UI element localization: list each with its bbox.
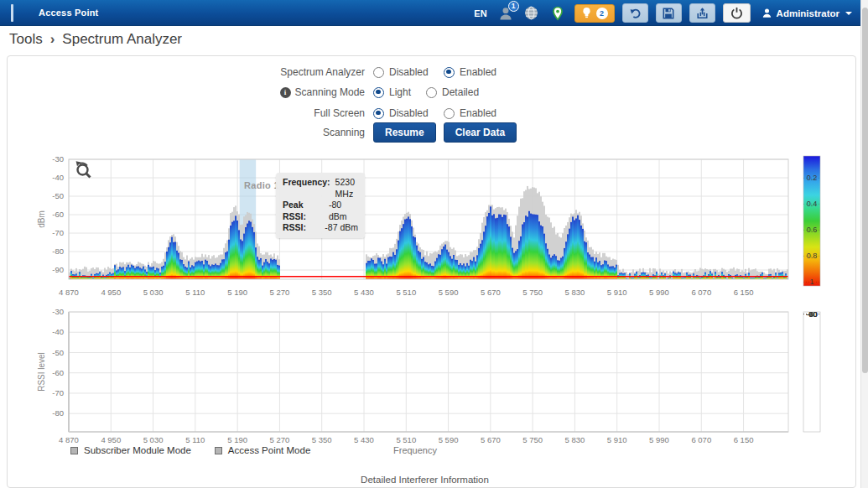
save-button[interactable] [656, 3, 682, 23]
globe-icon[interactable] [522, 4, 541, 23]
x-tick-label: 6 150 [734, 435, 754, 444]
full-screen-enabled-option[interactable]: Enabled [444, 107, 499, 119]
user-menu-label: Administrator [777, 8, 839, 18]
y-tick-label: -60 [52, 210, 64, 219]
x-tick-label: 5 670 [481, 288, 501, 297]
location-pin-icon[interactable] [548, 4, 567, 23]
navbar-accent-bar [11, 4, 13, 22]
notifications-user-icon[interactable]: 1 [496, 4, 515, 23]
scanning-mode-light-option[interactable]: Light [373, 86, 411, 98]
y-axis-label: RSSI level [37, 352, 46, 392]
scanning-mode-row: i Scanning Mode Light Detailed [0, 85, 481, 100]
language-selector[interactable]: EN [474, 8, 486, 18]
page-scrollbar[interactable] [860, 0, 868, 488]
scrollbar-thumb[interactable] [862, 8, 868, 373]
radio1-annotation: Radio 1 [244, 180, 279, 190]
upload-button[interactable] [689, 3, 715, 23]
x-tick-label: 5 270 [270, 288, 290, 297]
radio-checked[interactable] [373, 108, 384, 119]
x-tick-label: 5 350 [312, 288, 332, 297]
spectrum-analyzer-row: Spectrum Analyzer Disabled Enabled [0, 65, 499, 80]
breadcrumb: Tools›Spectrum Analyzer [9, 31, 182, 48]
x-tick-label: 4 950 [101, 435, 121, 444]
legend-swatch-icon [70, 447, 78, 454]
power-button[interactable] [723, 3, 751, 23]
resume-button[interactable]: Resume [373, 122, 436, 143]
x-tick-label: 5 030 [143, 288, 164, 297]
radio-unchecked[interactable] [426, 87, 437, 98]
legend-swatch-icon [215, 447, 222, 454]
colorbar-label: 0.8 [807, 252, 818, 260]
y-axis-label: dBm [37, 210, 46, 228]
x-tick-label: 6 070 [691, 288, 711, 297]
spectrum-analyzer-disabled-option[interactable]: Disabled [373, 66, 429, 78]
x-tick-label: 6 070 [691, 435, 711, 444]
top-navbar: Access Point EN 1 [0, 0, 860, 26]
radio-unchecked[interactable] [373, 67, 384, 78]
undo-icon [629, 8, 642, 19]
x-tick-label: 5 990 [649, 288, 669, 297]
x-tick-label: 5 030 [143, 435, 164, 444]
x-tick-label: 5 110 [185, 288, 205, 297]
x-tick-label: 5 990 [649, 435, 669, 444]
radio-checked[interactable] [373, 87, 384, 98]
tooltip-frequency-label: Frequency: [283, 177, 330, 200]
notifications-badge: 1 [508, 1, 519, 12]
y-tick-label: -70 [52, 388, 64, 397]
colorbar-label: 0.6 [807, 226, 818, 234]
x-tick-label: 5 430 [354, 435, 374, 444]
x-tick-label: 5 190 [227, 288, 247, 297]
page-title: Spectrum Analyzer [62, 31, 182, 47]
admin-person-icon [761, 8, 772, 18]
spectrum-analyzer-label: Spectrum Analyzer [0, 66, 365, 78]
breadcrumb-section[interactable]: Tools [9, 31, 43, 47]
breadcrumb-separator: › [50, 31, 55, 47]
y-tick-label: -80 [52, 247, 64, 256]
clear-data-button[interactable]: Clear Data [444, 122, 517, 143]
detailed-interferer-heading: Detailed Interferer Information [0, 475, 850, 485]
chart-tooltip: Frequency:5230 MHz Peak RSSI:-80 dBm RSS… [276, 173, 365, 238]
zoom-reset-icon[interactable] [72, 159, 92, 179]
spectrum-chart[interactable]: 4 8704 9505 0305 1105 1905 2705 3505 430… [34, 151, 830, 300]
colorbar-label: 0.2 [807, 174, 818, 182]
x-tick-label: 5 910 [607, 435, 627, 444]
info-icon[interactable]: i [280, 87, 291, 98]
spectrum-analyzer-enabled-option[interactable]: Enabled [444, 66, 499, 78]
x-tick-label: 5 190 [227, 435, 247, 444]
power-icon [730, 7, 743, 19]
radio-checked[interactable] [444, 67, 455, 78]
y-tick-label: -40 [52, 327, 64, 336]
y-tick-label: -50 [52, 191, 64, 200]
chevron-down-icon [845, 12, 852, 15]
x-tick-label: 5 110 [185, 435, 205, 444]
scanning-label: Scanning [0, 127, 365, 138]
colorbar-label: 0.4 [807, 200, 818, 208]
x-tick-label: 5 670 [481, 435, 501, 444]
alerts-button[interactable]: 2 [574, 4, 615, 23]
scanning-row: Scanning Resume Clear Data [0, 122, 517, 143]
rssi-level-chart[interactable]: 4 8704 9505 0305 1105 1905 2705 3505 430… [34, 304, 830, 444]
full-screen-row: Full Screen Disabled Enabled [0, 106, 499, 121]
undo-button[interactable] [622, 3, 648, 23]
x-tick-label: 5 510 [396, 435, 416, 444]
radio-unchecked[interactable] [444, 108, 455, 119]
chart-legend: Subscriber Module Mode Access Point Mode [70, 445, 310, 455]
legend-subscriber-module-mode[interactable]: Subscriber Module Mode [70, 445, 191, 455]
x-tick-label: 5 430 [354, 288, 374, 297]
frequency-axis-label: Frequency [365, 445, 465, 455]
x-tick-label: 5 510 [396, 288, 416, 297]
y-tick-label: -60 [52, 368, 64, 377]
y-tick-label: -30 [52, 307, 64, 316]
x-tick-label: 5 350 [312, 435, 332, 444]
x-tick-label: 5 910 [607, 288, 627, 297]
legend-access-point-mode[interactable]: Access Point Mode [215, 445, 310, 455]
x-tick-label: 5 830 [565, 435, 585, 444]
y-tick-label: -50 [52, 348, 64, 357]
x-tick-label: 5 590 [439, 288, 459, 297]
x-tick-label: 4 870 [59, 288, 79, 297]
tooltip-rssi-value: -87 dBm [325, 222, 358, 234]
user-menu[interactable]: Administrator [761, 8, 852, 18]
full-screen-disabled-option[interactable]: Disabled [373, 107, 429, 119]
y-tick-label: -30 [52, 154, 64, 164]
scanning-mode-detailed-option[interactable]: Detailed [426, 86, 481, 98]
